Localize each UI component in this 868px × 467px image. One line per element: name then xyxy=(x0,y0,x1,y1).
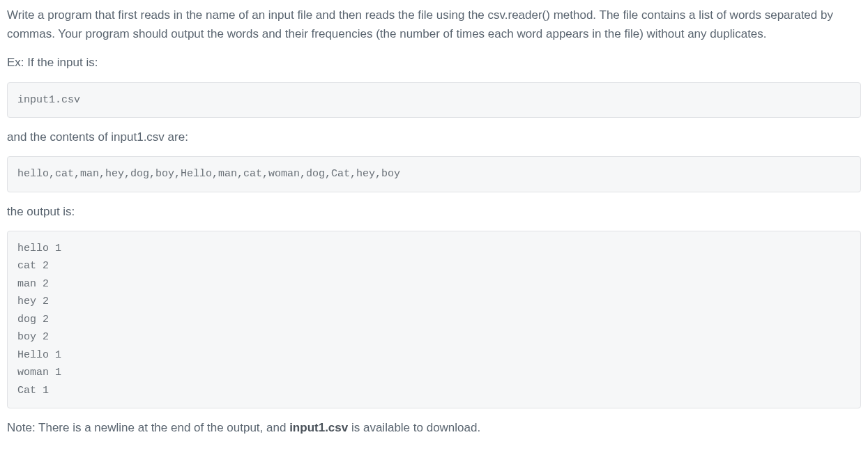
note-suffix: is available to download. xyxy=(348,421,480,434)
output-block: hello 1 cat 2 man 2 hey 2 dog 2 boy 2 He… xyxy=(7,231,861,409)
output-label: the output is: xyxy=(7,202,861,221)
note-bold-filename: input1.csv xyxy=(289,421,348,434)
note-paragraph: Note: There is a newline at the end of t… xyxy=(7,418,861,437)
example-input-label: Ex: If the input is: xyxy=(7,53,861,72)
note-prefix: Note: There is a newline at the end of t… xyxy=(7,421,289,434)
csv-contents-block: hello,cat,man,hey,dog,boy,Hello,man,cat,… xyxy=(7,156,861,192)
input-filename-block: input1.csv xyxy=(7,82,861,118)
intro-paragraph: Write a program that first reads in the … xyxy=(7,6,861,43)
contents-label: and the contents of input1.csv are: xyxy=(7,128,861,146)
